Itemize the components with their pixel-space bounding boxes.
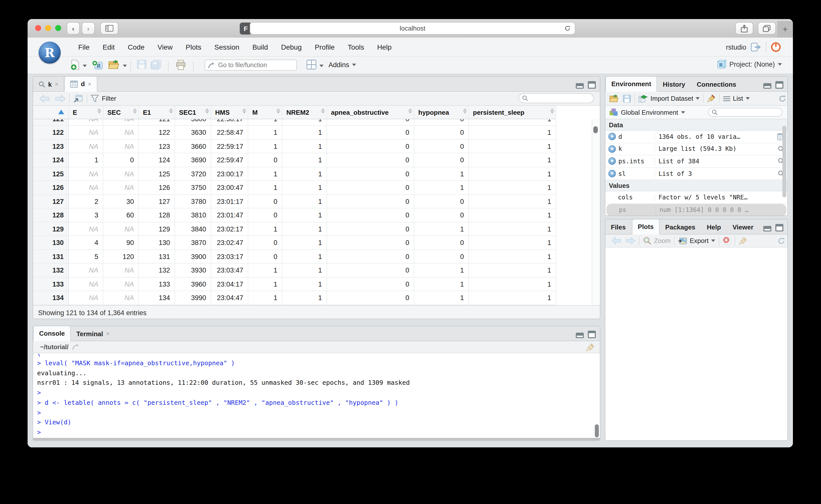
column-header-E1[interactable]: E1 bbox=[139, 106, 175, 119]
table-row[interactable]: 122NANA122363022:58:4711001 bbox=[33, 126, 600, 140]
tab-viewer-d[interactable]: d× bbox=[64, 77, 97, 92]
expand-object-icon[interactable] bbox=[608, 133, 616, 141]
table-row[interactable]: 128360128381023:01:4701001 bbox=[33, 208, 600, 222]
tab-plots-files[interactable]: Files bbox=[605, 219, 632, 234]
menu-debug[interactable]: Debug bbox=[275, 43, 309, 51]
sort-toggle-icon[interactable] bbox=[321, 108, 325, 114]
forward-icon[interactable] bbox=[55, 94, 66, 102]
minimize-pane-icon[interactable] bbox=[576, 333, 584, 338]
tab-console-terminal[interactable]: Terminal× bbox=[71, 326, 116, 341]
expand-object-icon[interactable] bbox=[608, 170, 616, 177]
sort-toggle-icon[interactable] bbox=[97, 108, 101, 114]
table-row[interactable]: 133NANA133396023:04:1711011 bbox=[33, 277, 600, 291]
sort-toggle-icon[interactable] bbox=[463, 108, 467, 114]
filter-button[interactable]: Filter bbox=[102, 95, 116, 102]
column-header-apnea_obstructive[interactable]: apnea_obstructive bbox=[327, 106, 414, 119]
browser-back-button[interactable]: ‹ bbox=[67, 22, 80, 35]
close-tab-icon[interactable]: × bbox=[55, 81, 58, 88]
environment-object-k[interactable]: kLarge list (594.3 Kb) bbox=[605, 143, 787, 155]
table-vertical-scrollbar[interactable] bbox=[592, 119, 599, 305]
quit-session-icon[interactable] bbox=[771, 42, 781, 52]
environment-object-sl[interactable]: slList of 3 bbox=[605, 168, 787, 180]
pane-layout-button[interactable] bbox=[307, 60, 317, 72]
column-header-SEC1[interactable]: SEC1 bbox=[175, 106, 211, 119]
open-in-new-window-icon[interactable] bbox=[73, 94, 83, 103]
table-row[interactable]: 132NANA132393023:03:4711011 bbox=[33, 264, 600, 277]
menu-view[interactable]: View bbox=[151, 43, 179, 51]
column-header-M[interactable]: M bbox=[248, 106, 282, 119]
maximize-pane-icon[interactable] bbox=[775, 224, 783, 231]
close-tab-icon[interactable]: × bbox=[88, 80, 91, 87]
save-all-button[interactable] bbox=[150, 60, 161, 72]
next-plot-icon[interactable] bbox=[626, 237, 636, 244]
save-button[interactable] bbox=[137, 60, 146, 71]
open-file-dropdown[interactable] bbox=[123, 65, 127, 67]
clear-plots-icon[interactable] bbox=[739, 237, 747, 245]
sort-toggle-icon[interactable] bbox=[205, 108, 209, 114]
goto-directory-icon[interactable] bbox=[72, 344, 79, 350]
column-header-HMS[interactable]: HMS bbox=[211, 106, 248, 119]
print-button[interactable] bbox=[175, 60, 186, 72]
table-row[interactable]: 123NANA123366022:59:1711001 bbox=[33, 140, 600, 153]
table-row[interactable]: 130490130387023:02:4701001 bbox=[33, 236, 600, 250]
environment-scrollbar-thumb[interactable] bbox=[782, 126, 786, 197]
import-dataset-icon[interactable] bbox=[639, 94, 648, 102]
tab-env-environment[interactable]: Environment bbox=[605, 77, 657, 92]
sort-toggle-icon[interactable] bbox=[133, 108, 137, 114]
console-output[interactable]: (> leval( "MASK mask-if=apnea_obstructiv… bbox=[33, 353, 600, 438]
column-header-SEC[interactable]: SEC bbox=[103, 106, 139, 119]
sort-toggle-icon[interactable] bbox=[169, 108, 173, 114]
table-row[interactable]: 126NANA126375023:00:4711011 bbox=[33, 181, 600, 195]
menu-session[interactable]: Session bbox=[208, 43, 246, 51]
minimize-pane-icon[interactable] bbox=[576, 83, 584, 89]
sort-toggle-icon[interactable] bbox=[242, 108, 246, 114]
menu-help[interactable]: Help bbox=[371, 43, 398, 51]
clear-environment-icon[interactable] bbox=[707, 94, 716, 103]
new-tab-button[interactable]: + bbox=[777, 21, 793, 38]
export-plot-button[interactable]: Export bbox=[690, 237, 708, 244]
menu-build[interactable]: Build bbox=[246, 43, 274, 51]
new-file-dropdown[interactable] bbox=[83, 65, 87, 67]
tab-overview-button[interactable] bbox=[758, 22, 776, 35]
environment-object-ps[interactable]: psnum [1:1364] 0 0 0 0 0 … bbox=[606, 204, 786, 216]
tab-plots-help[interactable]: Help bbox=[701, 219, 727, 234]
maximize-pane-icon[interactable] bbox=[588, 331, 596, 338]
zoom-window-button[interactable] bbox=[55, 25, 61, 31]
zoom-plot-button[interactable]: Zoom bbox=[654, 237, 671, 244]
table-row[interactable]: 127230127378023:01:1701001 bbox=[33, 195, 600, 208]
share-button[interactable] bbox=[735, 22, 753, 35]
reload-icon[interactable] bbox=[564, 25, 571, 33]
addins-button[interactable]: Addins bbox=[329, 61, 356, 69]
table-row[interactable]: 121NANA121360022:58:1711001 bbox=[33, 119, 600, 126]
column-header-hypopnea[interactable]: hypopnea bbox=[414, 106, 469, 119]
remove-plot-icon[interactable] bbox=[723, 236, 731, 245]
column-header-NREM2[interactable]: NREM2 bbox=[282, 106, 327, 119]
sign-out-icon[interactable] bbox=[751, 43, 761, 52]
url-bar[interactable]: localhost bbox=[250, 22, 575, 35]
refresh-icon[interactable] bbox=[778, 95, 786, 103]
environment-object-d[interactable]: d1364 obs. of 10 varia… bbox=[605, 131, 787, 143]
menu-plots[interactable]: Plots bbox=[179, 43, 208, 51]
tab-plots-plots[interactable]: Plots bbox=[632, 219, 660, 234]
close-window-button[interactable] bbox=[35, 25, 41, 31]
environment-object-cols[interactable]: colsFactor w/ 5 levels "NRE… bbox=[605, 192, 787, 204]
import-dataset-button[interactable]: Import Dataset bbox=[651, 95, 693, 102]
browser-forward-button[interactable]: › bbox=[82, 22, 95, 35]
table-row[interactable]: 12410124369022:59:4701001 bbox=[33, 153, 600, 167]
previous-plot-icon[interactable] bbox=[611, 237, 622, 244]
table-search-box[interactable] bbox=[518, 93, 594, 103]
new-file-button[interactable] bbox=[70, 60, 80, 73]
refresh-icon[interactable] bbox=[777, 237, 785, 245]
close-tab-icon[interactable]: × bbox=[106, 330, 109, 337]
menu-code[interactable]: Code bbox=[121, 43, 151, 51]
scrollbar-thumb[interactable] bbox=[593, 126, 598, 133]
column-header-E[interactable]: E bbox=[69, 106, 103, 119]
environment-object-ps.ints[interactable]: ps.intsList of 384 bbox=[605, 155, 787, 168]
pane-layout-dropdown[interactable] bbox=[320, 65, 324, 67]
table-row[interactable]: 129NANA129384023:02:1711011 bbox=[33, 222, 600, 236]
save-workspace-icon[interactable] bbox=[623, 94, 631, 102]
tab-console-console[interactable]: Console bbox=[33, 326, 71, 341]
sidebar-toggle-button[interactable] bbox=[100, 22, 118, 35]
minimize-pane-icon[interactable] bbox=[763, 226, 771, 231]
project-menu[interactable]: R Project: (None) bbox=[717, 60, 782, 69]
